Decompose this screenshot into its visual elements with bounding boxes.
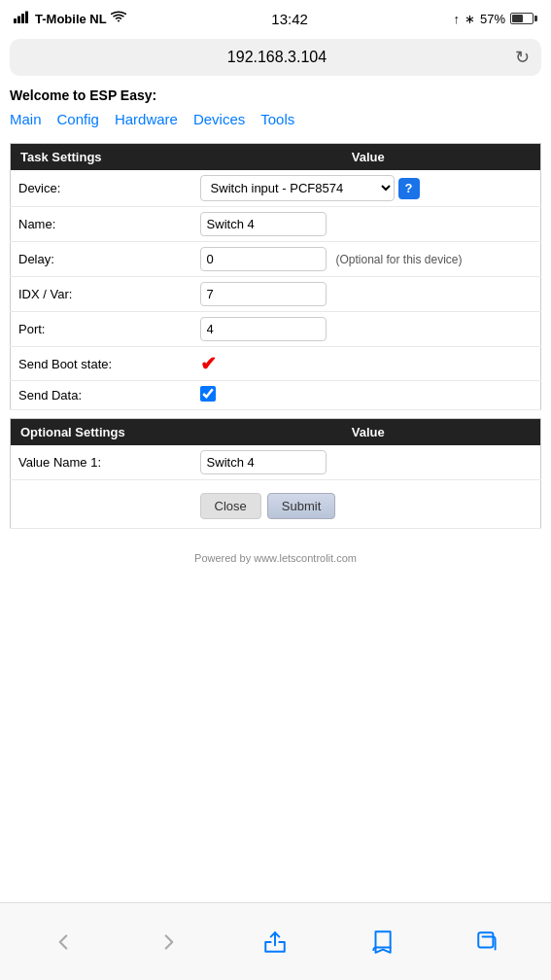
table-row: Port: — [11, 312, 541, 347]
name-value-cell — [196, 207, 541, 242]
idx-label: IDX / Var: — [11, 277, 196, 312]
forward-button[interactable] — [156, 929, 182, 955]
delay-input[interactable] — [200, 247, 327, 271]
value-name-label: Value Name 1: — [11, 445, 196, 480]
task-settings-header: Task Settings — [11, 144, 196, 171]
nav-devices[interactable]: Devices — [193, 111, 245, 127]
share-button[interactable] — [262, 929, 288, 955]
value-name-input[interactable] — [200, 450, 327, 474]
close-button[interactable]: Close — [200, 493, 261, 519]
nav-tools[interactable]: Tools — [260, 111, 294, 127]
device-label: Device: — [11, 170, 196, 207]
status-bar: T-Mobile NL 13:42 ↑ ∗ 57% — [0, 0, 551, 35]
table-row: IDX / Var: — [11, 277, 541, 312]
task-settings-table: Task Settings Value Device: Switch input… — [10, 143, 541, 410]
delay-value-cell: (Optional for this device) — [196, 242, 541, 277]
signal-icon — [14, 11, 31, 26]
device-value-cell: Switch input - PCF8574 ? — [196, 170, 541, 207]
action-buttons: Close Submit — [200, 485, 533, 523]
table-row: Send Data: — [11, 381, 541, 410]
name-label: Name: — [11, 207, 196, 242]
idx-input[interactable] — [200, 282, 327, 306]
arrow-up-icon: ↑ — [453, 12, 460, 26]
address-bar[interactable]: 192.168.3.104 ↻ — [10, 39, 541, 76]
battery-icon — [510, 13, 537, 24]
device-help-button[interactable]: ? — [398, 178, 420, 199]
optional-settings-header: Optional Settings — [11, 419, 196, 446]
refresh-button[interactable]: ↻ — [507, 47, 530, 68]
table-row: Name: — [11, 207, 541, 242]
carrier-name: T-Mobile NL — [35, 12, 107, 26]
port-label: Port: — [11, 312, 196, 347]
bottom-browser-bar — [0, 902, 551, 980]
send-data-label: Send Data: — [11, 381, 196, 410]
value-name-cell — [196, 445, 541, 480]
svg-rect-3 — [25, 12, 28, 24]
carrier-signal: T-Mobile NL — [14, 11, 126, 26]
back-button[interactable] — [51, 929, 76, 955]
buttons-cell: Close Submit — [196, 480, 541, 529]
name-input[interactable] — [200, 212, 327, 236]
nav-bar: Main Config Hardware Devices Tools — [0, 107, 551, 135]
table-row: Send Boot state: ✔ — [11, 347, 541, 381]
table-row: Delay: (Optional for this device) — [11, 242, 541, 277]
send-boot-label: Send Boot state: — [11, 347, 196, 381]
send-data-checkbox[interactable] — [200, 386, 216, 402]
send-boot-checkmark: ✔ — [200, 353, 217, 374]
nav-config[interactable]: Config — [57, 111, 99, 127]
delay-label: Delay: — [11, 242, 196, 277]
wifi-icon — [111, 11, 126, 26]
optional-settings-table: Optional Settings Value Value Name 1: Cl… — [10, 418, 541, 529]
port-value-cell — [196, 312, 541, 347]
bookmarks-button[interactable] — [369, 929, 395, 955]
welcome-message: Welcome to ESP Easy: — [0, 80, 551, 107]
send-boot-value-cell: ✔ — [196, 347, 541, 381]
bluetooth-icon: ∗ — [465, 12, 475, 26]
svg-rect-2 — [21, 14, 24, 23]
url-display: 192.168.3.104 — [47, 49, 507, 66]
nav-hardware[interactable]: Hardware — [115, 111, 178, 127]
svg-rect-0 — [14, 18, 17, 23]
device-select-wrapper: Switch input - PCF8574 ? — [200, 175, 420, 201]
svg-rect-1 — [17, 17, 20, 24]
tabs-button[interactable] — [475, 929, 500, 955]
status-right-icons: ↑ ∗ 57% — [453, 12, 537, 26]
nav-main[interactable]: Main — [10, 111, 42, 127]
svg-rect-4 — [479, 932, 494, 947]
send-data-value-cell — [196, 381, 541, 410]
footer: Powered by www.letscontrolit.com — [0, 537, 551, 572]
table-row: Value Name 1: — [11, 445, 541, 480]
optional-settings-value-header: Value — [196, 419, 541, 446]
battery-percent: 57% — [480, 12, 505, 26]
device-select[interactable]: Switch input - PCF8574 — [200, 175, 395, 201]
buttons-label-cell — [11, 480, 196, 529]
buttons-row: Close Submit — [11, 480, 541, 529]
idx-value-cell — [196, 277, 541, 312]
delay-note: (Optional for this device) — [335, 253, 462, 266]
port-input[interactable] — [200, 317, 327, 341]
status-time: 13:42 — [271, 11, 308, 27]
submit-button[interactable]: Submit — [267, 493, 335, 519]
table-row: Device: Switch input - PCF8574 ? — [11, 170, 541, 207]
task-settings-value-header: Value — [196, 144, 541, 171]
